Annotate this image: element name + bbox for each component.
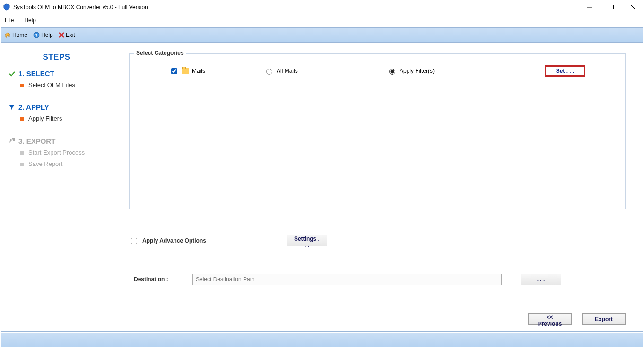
categories-row: Mails All Mails Apply Filter(s) Set . . … [141, 61, 614, 81]
toolbar-home[interactable]: Home [4, 32, 27, 38]
folder-icon [182, 68, 189, 74]
step-3-sub-2-label: Save Report [28, 160, 62, 168]
arrow-icon [8, 138, 16, 144]
step-3-export: 3. EXPORT [8, 137, 105, 145]
mails-label: Mails [192, 68, 205, 74]
all-mails-label: All Mails [277, 68, 298, 74]
step-2-sub-1-label: Apply Filters [28, 115, 62, 122]
main-panel: Select Categories Mails All Mails Apply … [112, 43, 643, 331]
bullet-icon [20, 151, 24, 155]
toolbar-exit-label: Exit [66, 32, 75, 38]
menu-help[interactable]: Help [24, 17, 36, 24]
step-1-label: 1. SELECT [18, 70, 54, 78]
set-button[interactable]: Set . . . [545, 65, 585, 77]
toolbar: Home ? Help Exit [1, 27, 643, 43]
check-icon [8, 70, 16, 77]
step-3-sub-1-label: Start Export Process [28, 149, 85, 157]
step-3-sub-1: Start Export Process [20, 149, 105, 157]
previous-button[interactable]: << Previous [528, 313, 572, 325]
apply-filters-radio[interactable] [389, 69, 395, 75]
apply-filters-label: Apply Filter(s) [400, 68, 435, 74]
toolbar-exit[interactable]: Exit [59, 32, 75, 38]
steps-sidebar: STEPS 1. SELECT Select OLM Files 2. APPL… [1, 43, 112, 331]
filter-icon [8, 104, 16, 111]
menu-bar: File Help [0, 15, 644, 26]
menu-file[interactable]: File [5, 17, 14, 24]
step-2-label: 2. APPLY [18, 103, 49, 111]
bullet-icon [20, 117, 24, 121]
export-button[interactable]: Export [582, 313, 626, 325]
advance-options-row: Apply Advance Options Settings . . . [129, 235, 626, 246]
workspace: STEPS 1. SELECT Select OLM Files 2. APPL… [1, 43, 643, 332]
wizard-nav: << Previous Export [528, 313, 626, 325]
step-2-sub-1[interactable]: Apply Filters [20, 115, 105, 122]
step-3-label: 3. EXPORT [18, 137, 55, 145]
title-bar: SysTools OLM to MBOX Converter v5.0 - Fu… [0, 0, 644, 15]
window-title: SysTools OLM to MBOX Converter v5.0 - Fu… [13, 4, 579, 10]
close-button[interactable] [622, 0, 644, 14]
svg-rect-1 [609, 5, 614, 9]
settings-button[interactable]: Settings . . . [287, 235, 327, 246]
toolbar-help-label: Help [41, 32, 53, 38]
help-icon: ? [33, 32, 40, 38]
app-icon [3, 3, 10, 11]
toolbar-home-label: Home [12, 32, 27, 38]
select-categories-group: Select Categories Mails All Mails Apply … [129, 53, 626, 209]
step-3-sub-2: Save Report [20, 160, 105, 168]
status-bar [1, 333, 643, 347]
step-2-apply[interactable]: 2. APPLY [8, 103, 105, 111]
destination-input[interactable] [192, 274, 502, 285]
advance-options-checkbox[interactable] [131, 238, 137, 244]
select-categories-legend: Select Categories [134, 50, 186, 56]
toolbar-help[interactable]: ? Help [33, 32, 53, 38]
bullet-icon [20, 163, 24, 166]
destination-label: Destination : [134, 276, 192, 283]
browse-button[interactable]: . . . [521, 274, 561, 285]
advance-options-label: Apply Advance Options [142, 237, 206, 244]
bullet-icon [20, 84, 24, 87]
all-mails-radio[interactable] [266, 69, 272, 75]
step-1-sub-1[interactable]: Select OLM Files [20, 81, 105, 89]
step-1-select[interactable]: 1. SELECT [8, 70, 105, 78]
steps-heading: STEPS [8, 52, 105, 62]
window-controls [579, 0, 644, 14]
step-1-sub-1-label: Select OLM Files [28, 81, 75, 89]
destination-row: Destination : . . . [134, 274, 626, 285]
home-icon [4, 32, 11, 38]
minimize-button[interactable] [579, 0, 600, 14]
svg-text:?: ? [35, 33, 38, 38]
maximize-button[interactable] [600, 0, 622, 14]
exit-icon [59, 32, 64, 38]
mails-checkbox[interactable] [171, 68, 177, 74]
